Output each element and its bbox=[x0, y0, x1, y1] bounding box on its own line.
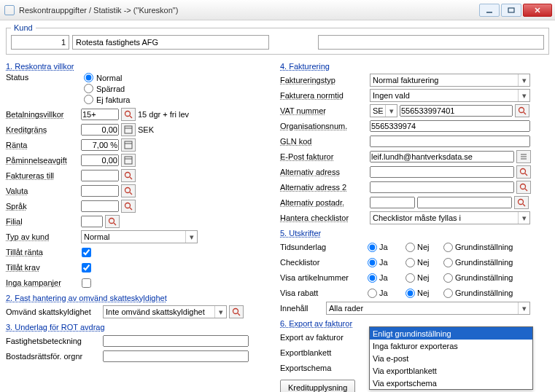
maximize-button[interactable] bbox=[501, 4, 521, 17]
fakttyp-select[interactable]: Normal fakturering▾ bbox=[370, 74, 530, 87]
tillkrav-checkbox[interactable] bbox=[82, 263, 91, 273]
altadr-field[interactable] bbox=[370, 166, 514, 178]
status-sparrad-radio[interactable] bbox=[84, 84, 93, 93]
status-ejfaktura-option[interactable]: Ej faktura bbox=[84, 95, 130, 104]
svg-rect-1 bbox=[508, 8, 514, 12]
chevron-down-icon: ▾ bbox=[385, 105, 397, 117]
altadr-lookup-button[interactable] bbox=[516, 165, 531, 179]
visarab-nej[interactable]: Nej bbox=[405, 289, 443, 298]
typkund-select[interactable]: Normal▾ bbox=[81, 230, 198, 243]
betal-field[interactable] bbox=[81, 109, 119, 120]
altadr2-field[interactable] bbox=[370, 181, 514, 193]
sprak-lookup-button[interactable] bbox=[121, 200, 136, 213]
valuta-field[interactable] bbox=[81, 185, 119, 197]
dropdown-option[interactable]: Via e-post bbox=[370, 352, 532, 364]
ranta-calc-button[interactable] bbox=[121, 138, 136, 152]
checklist-select[interactable]: Checklistor måste fyllas i▾ bbox=[370, 211, 530, 224]
filial-lookup-button[interactable] bbox=[105, 215, 120, 228]
schema-label: Exportschema bbox=[280, 364, 368, 372]
faktill-field[interactable] bbox=[81, 170, 119, 181]
kreditupplysning-button[interactable]: Kreditupplysning bbox=[280, 380, 355, 392]
tillranta-checkbox[interactable] bbox=[82, 248, 91, 257]
exportav-dropdown-menu[interactable]: Enligt grundinställning Inga fakturor ex… bbox=[369, 326, 533, 390]
visarab-ja[interactable]: Ja bbox=[368, 289, 405, 298]
epost-edit-button[interactable] bbox=[516, 150, 531, 163]
innehall-select[interactable]: Alla rader▾ bbox=[326, 302, 530, 315]
svg-point-4 bbox=[125, 111, 131, 117]
tid-grund[interactable]: Grundinställning bbox=[443, 243, 531, 252]
pamin-field[interactable] bbox=[81, 154, 119, 166]
visaart-label: Visa artikelnummer bbox=[280, 273, 368, 282]
search-icon bbox=[124, 110, 133, 119]
dropdown-option[interactable]: Inga fakturor exporteras bbox=[370, 340, 532, 352]
vat-field[interactable] bbox=[400, 105, 513, 117]
tillranta-label: Tillåt ränta bbox=[6, 248, 79, 256]
svg-line-30 bbox=[525, 189, 527, 191]
bostad-field[interactable] bbox=[103, 350, 249, 362]
kund-extra-field[interactable] bbox=[318, 35, 544, 50]
tid-ja[interactable]: Ja bbox=[368, 243, 405, 252]
check-grund[interactable]: Grundinställning bbox=[443, 258, 531, 267]
kund-id-field[interactable] bbox=[11, 35, 69, 50]
altadr2-lookup-button[interactable] bbox=[516, 181, 531, 194]
minimize-button[interactable] bbox=[479, 4, 500, 17]
status-ejfaktura-radio[interactable] bbox=[84, 95, 93, 104]
ranta-label: Ränta bbox=[6, 141, 79, 149]
visarab-grund[interactable]: Grundinställning bbox=[443, 289, 531, 298]
kredit-field[interactable] bbox=[81, 124, 119, 136]
dropdown-option[interactable]: Via exportschema bbox=[370, 377, 532, 389]
gln-field[interactable] bbox=[370, 136, 530, 147]
visaart-grund[interactable]: Grundinställning bbox=[443, 273, 531, 283]
bostad-label: Bostadsrättsför. orgnr bbox=[6, 352, 101, 361]
altpost-city-field[interactable] bbox=[417, 197, 512, 208]
kredit-calc-button[interactable] bbox=[121, 123, 136, 136]
betal-lookup-button[interactable] bbox=[121, 108, 136, 121]
search-icon bbox=[517, 198, 526, 207]
svg-rect-10 bbox=[125, 157, 132, 164]
status-sparrad-option[interactable]: Spärrad bbox=[84, 84, 130, 93]
search-icon bbox=[232, 307, 241, 316]
fastighet-field[interactable] bbox=[103, 335, 249, 347]
orgnr-field[interactable] bbox=[370, 120, 530, 132]
kund-name-field[interactable] bbox=[72, 35, 269, 50]
vat-lookup-button[interactable] bbox=[515, 104, 529, 117]
dropdown-option[interactable]: Enligt grundinställning bbox=[370, 327, 532, 340]
valuta-lookup-button[interactable] bbox=[121, 184, 136, 197]
search-icon bbox=[518, 106, 527, 115]
omv-select[interactable]: Inte omvänd skattskyldighet▾ bbox=[103, 305, 227, 318]
search-icon bbox=[124, 187, 133, 195]
altpost-lookup-button[interactable] bbox=[514, 196, 529, 209]
ranta-field[interactable] bbox=[81, 139, 119, 151]
ingakamp-checkbox[interactable] bbox=[82, 278, 91, 288]
altpost-zip-field[interactable] bbox=[370, 197, 415, 208]
fakttyp-label: Faktureringstyp bbox=[280, 76, 368, 85]
faktill-lookup-button[interactable] bbox=[121, 169, 136, 182]
dropdown-option[interactable]: Via exportblankett bbox=[370, 364, 532, 377]
pamin-calc-button[interactable] bbox=[121, 154, 136, 167]
status-normal-radio[interactable] bbox=[84, 73, 93, 82]
visaart-ja[interactable]: Ja bbox=[368, 273, 405, 283]
kund-groupbox: Kund bbox=[6, 23, 549, 55]
status-normal-option[interactable]: Normal bbox=[84, 73, 130, 82]
filial-field[interactable] bbox=[81, 216, 103, 227]
tid-label: Tidsunderlag bbox=[280, 243, 368, 251]
check-nej[interactable]: Nej bbox=[405, 258, 443, 267]
visaart-nej[interactable]: Nej bbox=[405, 273, 443, 283]
check-ja[interactable]: Ja bbox=[368, 258, 405, 267]
close-button[interactable] bbox=[523, 4, 552, 17]
omv-lookup-button[interactable] bbox=[229, 305, 244, 318]
sprak-field[interactable] bbox=[81, 200, 119, 212]
svg-point-22 bbox=[519, 108, 524, 113]
sprak-label: Språk bbox=[6, 202, 79, 211]
epost-field[interactable] bbox=[370, 151, 514, 162]
orgnr-label: Organisationsnum. bbox=[280, 122, 368, 130]
vat-cc-select[interactable]: SE▾ bbox=[370, 104, 397, 117]
betal-hint: 15 dgr + fri lev bbox=[138, 110, 189, 119]
tid-nej[interactable]: Nej bbox=[405, 243, 443, 252]
svg-line-23 bbox=[524, 112, 526, 114]
blankett-label: Exportblankett bbox=[280, 348, 368, 357]
list-icon bbox=[519, 152, 528, 161]
search-icon bbox=[519, 183, 528, 192]
calculator-icon bbox=[124, 156, 133, 165]
normtid-select[interactable]: Ingen vald▾ bbox=[370, 89, 530, 102]
